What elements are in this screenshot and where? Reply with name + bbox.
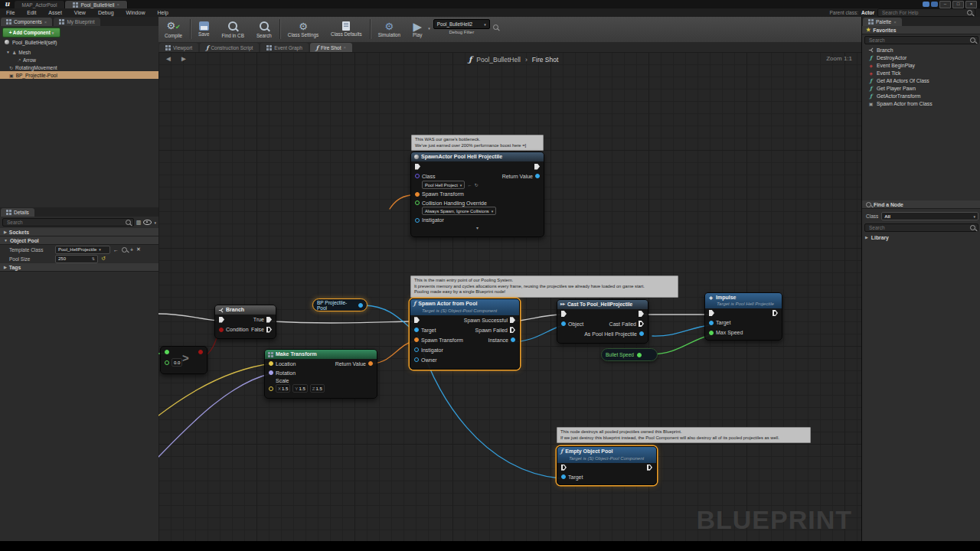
- node-spawnactor-pool-hell-projectile[interactable]: SpawnActor Pool Hell Projectile Class Re…: [410, 152, 544, 237]
- menu-file[interactable]: File: [0, 10, 21, 15]
- browse-icon[interactable]: [122, 247, 127, 253]
- rotation-pin[interactable]: [269, 370, 273, 375]
- exec-false-pin[interactable]: [266, 327, 272, 333]
- node-cast-to-pool-hellprojectile[interactable]: ▸▸ Cast To Pool_HellProjectile Object Ca…: [557, 299, 648, 344]
- plus-icon[interactable]: +: [130, 247, 133, 253]
- palette-item-branch[interactable]: Branch: [862, 46, 980, 54]
- component-self-row[interactable]: Pool_BulletHell(self): [0, 38, 163, 46]
- breadcrumb-root[interactable]: Pool_BulletHell: [476, 56, 521, 64]
- target-pin[interactable]: [709, 321, 714, 325]
- return-value-pin[interactable]: [368, 361, 373, 366]
- node-expand-icon[interactable]: ▾: [411, 225, 544, 230]
- class-defaults-button[interactable]: Class Defaults: [325, 17, 368, 41]
- browse-icon[interactable]: ↻: [474, 182, 478, 187]
- class-settings-button[interactable]: ⚙ Class Settings: [282, 17, 325, 41]
- exec-cast-failed-pin[interactable]: [639, 321, 644, 327]
- target-pin[interactable]: [561, 474, 566, 479]
- section-sockets[interactable]: ▶ Sockets: [0, 228, 158, 236]
- return-value-pin[interactable]: [535, 174, 540, 178]
- feedback-bubble-icon[interactable]: [931, 2, 938, 7]
- object-out-pin[interactable]: [358, 303, 363, 308]
- exec-in-pin[interactable]: [561, 465, 567, 471]
- palette-item-getactortransform[interactable]: ƒ GetActorTransform: [862, 92, 980, 99]
- nav-forward-icon[interactable]: ►: [180, 54, 188, 63]
- tree-item-rotatingmovement[interactable]: ↻ RotatingMovement: [0, 64, 168, 71]
- simulation-button[interactable]: ⚙ Simulation: [372, 17, 407, 41]
- window-tab-pool-bullethell[interactable]: Pool_BulletHell ×: [65, 1, 128, 8]
- favorites-search-input[interactable]: [867, 37, 970, 44]
- palette-item-event-beginplay[interactable]: ◈ Event BeginPlay: [862, 61, 980, 69]
- palette-item-event-tick[interactable]: ◈ Event Tick: [862, 69, 980, 77]
- debug-search-icon[interactable]: [493, 24, 498, 30]
- close-icon[interactable]: ×: [117, 2, 120, 7]
- spawn-transform-pin[interactable]: [415, 192, 420, 197]
- node-bullet-speed[interactable]: Bullet Speed: [601, 348, 658, 361]
- favorites-header[interactable]: ★ Favorites: [862, 26, 980, 34]
- node-empty-object-pool[interactable]: ƒ Empty Object Pool Target is (S) Object…: [557, 446, 657, 485]
- bool-out-pin[interactable]: [198, 350, 203, 354]
- comment-pooling[interactable]: This is the main entry point of our Pool…: [410, 276, 678, 298]
- exec-in-pin[interactable]: [561, 311, 567, 317]
- exec-success-pin[interactable]: [510, 317, 515, 323]
- menu-edit[interactable]: Edit: [21, 10, 42, 15]
- library-row[interactable]: ▶ Library: [862, 233, 980, 241]
- find-in-cb-button[interactable]: Find in CB: [215, 17, 250, 41]
- spinner-icon[interactable]: ⇅: [92, 256, 95, 261]
- class-select-dropdown[interactable]: Pool Hell Project ▾: [422, 181, 465, 189]
- tab-components[interactable]: Components ×: [1, 18, 52, 26]
- chevron-down-icon[interactable]: ▾: [154, 220, 156, 225]
- instigator-pin[interactable]: [414, 347, 419, 352]
- scale-pin[interactable]: [269, 386, 273, 391]
- close-icon[interactable]: ×: [893, 20, 897, 24]
- float-in-pin[interactable]: [165, 360, 169, 365]
- compile-button[interactable]: ⚙✔ Compile: [158, 17, 188, 41]
- use-selected-icon[interactable]: ←: [113, 247, 119, 253]
- find-a-node-header[interactable]: Find a Node: [862, 201, 980, 209]
- play-button[interactable]: ▶ Play: [407, 17, 428, 41]
- nav-back-icon[interactable]: ◄: [165, 54, 172, 63]
- node-bp-projectile-pool[interactable]: BP Projectile- Pool: [312, 298, 368, 311]
- node-make-transform[interactable]: Make Transform Location Return Value Rot…: [264, 349, 377, 399]
- max-speed-pin[interactable]: [709, 331, 714, 335]
- exec-out-pin[interactable]: [773, 310, 778, 316]
- comment-bottleneck[interactable]: This WAS our game's bottleneck. We've ju…: [411, 135, 544, 151]
- condition-pin[interactable]: [219, 328, 224, 332]
- as-pool-hell-projectile-pin[interactable]: [639, 331, 644, 336]
- scale-y-field[interactable]: Y1.5: [292, 384, 307, 393]
- debug-object-dropdown[interactable]: Pool_BulletHell2 ▾: [433, 19, 490, 29]
- column-settings-icon[interactable]: ▥: [136, 220, 142, 226]
- blueprint-graph-canvas[interactable]: BLUEPRINT ◄ ► ƒ Pool_BulletHell › Fire S…: [158, 52, 861, 541]
- feedback-bubble-icon[interactable]: [923, 2, 929, 7]
- float-value-field[interactable]: 0.0: [172, 358, 182, 367]
- close-icon[interactable]: ×: [44, 20, 47, 24]
- class-pin[interactable]: [415, 174, 420, 178]
- section-object-pool[interactable]: ▼ Object Pool: [0, 236, 158, 245]
- exec-failed-pin[interactable]: [510, 327, 515, 333]
- pool-size-field[interactable]: 250 ⇅: [55, 255, 98, 263]
- minimize-button[interactable]: –: [939, 1, 951, 8]
- node-search-input[interactable]: [867, 224, 970, 231]
- object-pin[interactable]: [561, 321, 566, 326]
- tab-details[interactable]: Details: [1, 208, 34, 217]
- tree-item-bp-projectile-pool[interactable]: ▣ BP_Projectile-Pool: [0, 71, 168, 79]
- menu-asset[interactable]: Asset: [42, 10, 68, 15]
- menu-debug[interactable]: Debug: [92, 10, 120, 15]
- maximize-button[interactable]: □: [952, 1, 964, 8]
- palette-item-destroyactor[interactable]: ƒ DestroyActor: [862, 54, 980, 61]
- exec-in-pin[interactable]: [415, 164, 420, 170]
- tab-construction-script[interactable]: ƒ Construction Script: [200, 43, 259, 52]
- scale-x-field[interactable]: X1.5: [276, 384, 290, 393]
- search-button[interactable]: Search: [250, 17, 278, 41]
- exec-in-pin[interactable]: [219, 317, 224, 323]
- node-spawn-actor-from-pool[interactable]: ƒ Spawn Actor from Pool Target is (S) Ob…: [410, 298, 520, 370]
- tab-my-blueprint[interactable]: My Blueprint: [54, 18, 100, 26]
- node-impulse[interactable]: ◈ Impulse Target is Pool Hell Projectile…: [704, 292, 782, 341]
- exec-out-pin[interactable]: [639, 311, 644, 317]
- exec-out-pin[interactable]: [647, 465, 652, 471]
- spawn-transform-pin[interactable]: [414, 337, 419, 342]
- palette-item-get-player-pawn[interactable]: ƒ Get Player Pawn: [862, 84, 980, 92]
- palette-item-get-all-actors[interactable]: ƒ Get All Actors Of Class: [862, 77, 980, 84]
- tree-item-arrow[interactable]: ➝ Arrow: [0, 56, 175, 64]
- menu-help[interactable]: Help: [151, 10, 174, 15]
- clear-icon[interactable]: ✕: [136, 246, 141, 253]
